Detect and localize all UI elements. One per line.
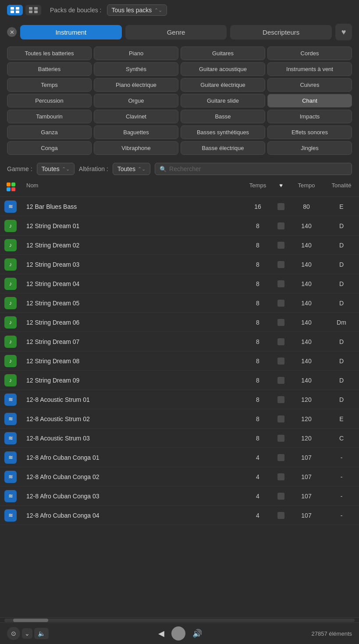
row-heart-checkbox[interactable] <box>277 300 284 307</box>
row-heart-checkbox[interactable] <box>277 222 284 229</box>
table-row[interactable]: ♪ 12 String Dream 02 8 140 D <box>0 236 359 255</box>
clear-filter-button[interactable]: ✕ <box>7 27 17 37</box>
instr-toutes-les-batteries[interactable]: Toutes les batteries <box>7 47 92 60</box>
table-row[interactable]: ♪ 12 String Dream 01 8 140 D <box>0 216 359 236</box>
table-row[interactable]: ≋ 12-8 Afro Cuban Conga 02 4 107 - <box>0 467 359 487</box>
instr-synthes[interactable]: Synthés <box>94 62 178 76</box>
table-row[interactable]: ♪ 12 String Dream 03 8 140 D <box>0 255 359 274</box>
row-heart-checkbox[interactable] <box>277 415 284 422</box>
favorites-button[interactable]: ♥ <box>335 24 352 40</box>
instr-guitares[interactable]: Guitares <box>181 47 265 60</box>
instr-guitare-acoustique[interactable]: Guitare acoustique <box>181 62 265 76</box>
row-tonalite: - <box>324 454 359 461</box>
row-icon: ♪ <box>4 336 17 348</box>
instr-jingles[interactable]: Jingles <box>267 141 352 155</box>
rewind-button[interactable]: ◀ <box>158 629 164 638</box>
row-icon: ♪ <box>4 258 17 271</box>
instr-instruments-a-vent[interactable]: Instruments à vent <box>267 62 352 76</box>
row-heart-checkbox[interactable] <box>277 358 284 365</box>
row-temps: 4 <box>242 512 273 519</box>
table-row[interactable]: ♪ 12 String Dream 06 8 140 Dm <box>0 313 359 332</box>
row-heart-checkbox[interactable] <box>277 512 284 519</box>
row-heart-checkbox[interactable] <box>277 261 284 268</box>
instr-baguettes[interactable]: Baguettes <box>94 125 178 139</box>
instr-percussion[interactable]: Percussion <box>7 94 92 107</box>
svg-rect-2 <box>11 11 14 13</box>
instr-orgue[interactable]: Orgue <box>94 94 178 107</box>
instr-effets-sonores[interactable]: Effets sonores <box>267 125 352 139</box>
th-tonalite: Tonalité <box>324 181 359 194</box>
row-name: 12-8 Acoustic Strum 03 <box>25 435 242 442</box>
svg-rect-7 <box>34 11 38 13</box>
table-row[interactable]: ≋ 12-8 Acoustic Strum 03 8 120 C <box>0 429 359 448</box>
table-row[interactable]: ≋ 12-8 Afro Cuban Conga 04 4 107 - <box>0 506 359 525</box>
row-heart-checkbox[interactable] <box>277 338 284 345</box>
row-heart-checkbox[interactable] <box>277 493 284 500</box>
instr-basse-electrique[interactable]: Basse électrique <box>181 141 265 155</box>
row-name: 12-8 Afro Cuban Conga 04 <box>25 512 242 519</box>
table-row[interactable]: ≋ 12-8 Afro Cuban Conga 01 4 107 - <box>0 448 359 467</box>
instr-vibraphone[interactable]: Vibraphone <box>94 141 178 155</box>
instr-batteries[interactable]: Batteries <box>7 62 92 76</box>
row-heart-checkbox[interactable] <box>277 454 284 461</box>
grid-view-button[interactable] <box>7 5 23 15</box>
row-heart-checkbox[interactable] <box>277 242 284 249</box>
row-heart-checkbox[interactable] <box>277 280 284 287</box>
instr-basse[interactable]: Basse <box>181 110 265 123</box>
row-tempo: 107 <box>289 512 324 519</box>
instr-ganza[interactable]: Ganza <box>7 125 92 139</box>
settings-button[interactable]: ⊙ <box>7 627 20 640</box>
table-row[interactable]: ≋ 12-8 Acoustic Strum 01 8 120 D <box>0 390 359 409</box>
row-heart-checkbox[interactable] <box>277 377 284 384</box>
chevron-down-button[interactable]: ⌄ <box>22 628 32 639</box>
table-row[interactable]: ♪ 12 String Dream 09 8 140 D <box>0 371 359 390</box>
instr-impacts[interactable]: Impacts <box>267 110 352 123</box>
volume-up-button[interactable]: 🔊 <box>192 629 202 638</box>
pack-selector[interactable]: Tous les packs ⌃⌄ <box>107 4 167 16</box>
volume-button[interactable]: 🔈 <box>34 628 49 639</box>
instr-chant[interactable]: Chant <box>267 94 352 107</box>
instr-temps[interactable]: Temps <box>7 78 92 92</box>
horizontal-scrollbar[interactable] <box>0 617 359 623</box>
row-heart-checkbox[interactable] <box>277 473 284 480</box>
row-icon: ≋ <box>4 394 17 406</box>
table-row[interactable]: ≋ 12-8 Afro Cuban Conga 03 4 107 - <box>0 487 359 506</box>
table-row[interactable]: ≋ 12 Bar Blues Bass 16 80 E <box>0 197 359 216</box>
tab-genre[interactable]: Genre <box>125 25 227 39</box>
row-name: 12-8 Acoustic Strum 01 <box>25 396 242 403</box>
row-temps: 4 <box>242 493 273 500</box>
gamme-select[interactable]: Toutes ⌃⌄ <box>37 163 75 175</box>
row-heart-checkbox[interactable] <box>277 435 284 442</box>
instr-piano-electrique[interactable]: Piano électrique <box>94 78 178 92</box>
row-tempo: 107 <box>289 454 324 461</box>
instr-cordes[interactable]: Cordes <box>267 47 352 60</box>
th-tempo: Tempo <box>289 181 324 194</box>
tab-descripteurs[interactable]: Descripteurs <box>230 25 332 39</box>
instr-piano[interactable]: Piano <box>94 47 178 60</box>
row-heart-checkbox[interactable] <box>277 396 284 403</box>
instr-guitare-electrique[interactable]: Guitare électrique <box>181 78 265 92</box>
list-view-button[interactable] <box>25 5 41 15</box>
table-row[interactable]: ♪ 12 String Dream 08 8 140 D <box>0 351 359 371</box>
instr-clavinet[interactable]: Clavinet <box>94 110 178 123</box>
row-heart-checkbox[interactable] <box>277 203 284 210</box>
chevron-icon: ⌃⌄ <box>154 7 162 13</box>
table-row[interactable]: ♪ 12 String Dream 04 8 140 D <box>0 274 359 293</box>
alteration-select[interactable]: Toutes ⌃⌄ <box>113 163 150 175</box>
search-input[interactable]: 🔍 Rechercher <box>155 163 352 175</box>
instr-tambourin[interactable]: Tambourin <box>7 110 92 123</box>
instr-conga[interactable]: Conga <box>7 141 92 155</box>
table-row[interactable]: ♪ 12 String Dream 07 8 140 D <box>0 332 359 351</box>
row-icon: ≋ <box>4 200 17 213</box>
gamme-chevron-icon: ⌃⌄ <box>62 166 70 172</box>
table-row[interactable]: ≋ 12-8 Acoustic Strum 02 8 120 E <box>0 409 359 429</box>
top-bar: Packs de boucles : Tous les packs ⌃⌄ <box>0 0 359 20</box>
instr-cuivres[interactable]: Cuivres <box>267 78 352 92</box>
tab-instrument[interactable]: Instrument <box>20 25 122 39</box>
instr-guitare-slide[interactable]: Guitare slide <box>181 94 265 107</box>
gamme-label: Gamme : <box>7 165 32 172</box>
table-row[interactable]: ♪ 12 String Dream 05 8 140 D <box>0 293 359 313</box>
row-heart-checkbox[interactable] <box>277 319 284 326</box>
instr-basses-synthetiques[interactable]: Basses synthétiques <box>181 125 265 139</box>
row-name: 12 String Dream 09 <box>25 377 242 384</box>
